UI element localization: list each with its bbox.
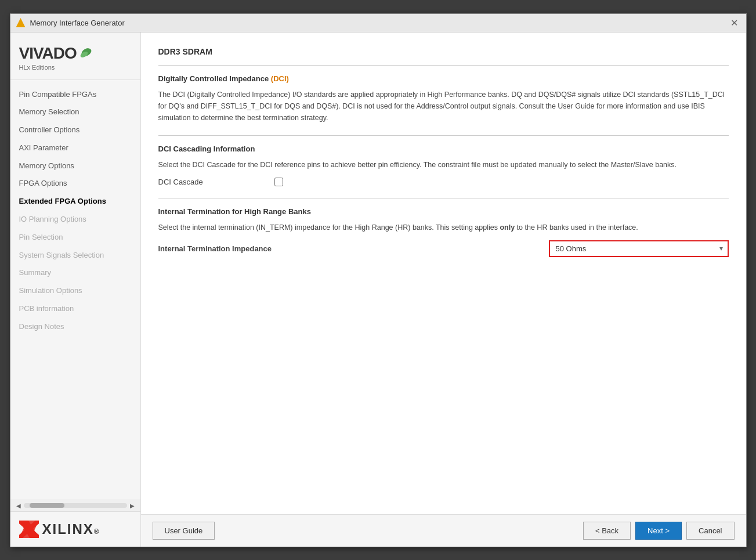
- main-content: DDR3 SDRAM Digitally Controlled Impedanc…: [141, 32, 746, 547]
- sidebar-item-pin-compatible[interactable]: Pin Compatible FPGAs: [10, 86, 140, 104]
- scroll-thumb[interactable]: [30, 503, 64, 508]
- page-footer: User Guide < Back Next > Cancel: [141, 514, 746, 547]
- back-button[interactable]: < Back: [583, 522, 631, 540]
- dci-section: Digitally Controlled Impedance (DCI) The…: [158, 74, 729, 124]
- sidebar-item-extended-fpga-options[interactable]: Extended FPGA Options: [10, 193, 140, 211]
- window-body: VIVADO HLx Editions Pin Compatible FPGAs…: [10, 32, 746, 547]
- impedance-dropdown[interactable]: 50 Ohms 60 Ohms 40 Ohms Disabled: [549, 240, 729, 257]
- sidebar-item-memory-selection[interactable]: Memory Selection: [10, 103, 140, 121]
- xilinx-logo-area: XILINX®: [10, 511, 140, 547]
- dci-cascade-row: DCI Cascade: [158, 178, 729, 186]
- sidebar-item-io-planning-options: IO Planning Options: [10, 211, 140, 229]
- hlx-text: HLx Editions: [19, 64, 55, 71]
- sidebar-item-summary: Summary: [10, 264, 140, 282]
- vivado-logo: VIVADO HLx Editions: [10, 32, 140, 80]
- scroll-track: [24, 503, 127, 508]
- internal-termination-title: Internal Termination for High Range Bank…: [158, 207, 729, 216]
- app-icon: [16, 18, 26, 27]
- impedance-dropdown-wrapper: 50 Ohms 60 Ohms 40 Ohms Disabled ▾: [549, 240, 729, 257]
- sidebar-scrollbar[interactable]: ◀ ▶: [10, 500, 140, 511]
- dci-cascade-checkbox[interactable]: [274, 178, 283, 186]
- sidebar-item-system-signals-selection: System Signals Selection: [10, 247, 140, 265]
- sidebar-item-design-notes: Design Notes: [10, 318, 140, 336]
- dci-title: Digitally Controlled Impedance (DCI): [158, 74, 729, 83]
- xilinx-logo-icon: [19, 521, 39, 538]
- cancel-button[interactable]: Cancel: [686, 522, 734, 540]
- bold-only: only: [500, 223, 515, 232]
- internal-termination-description: Select the internal termination (IN_TERM…: [158, 222, 729, 233]
- user-guide-button[interactable]: User Guide: [153, 522, 215, 540]
- divider-cascade: [158, 198, 729, 198]
- dci-cascade-checkbox-wrapper: [274, 178, 283, 186]
- internal-termination-label: Internal Termination Impedance: [158, 244, 274, 253]
- section-title: DDR3 SDRAM: [158, 47, 729, 56]
- sidebar-item-controller-options[interactable]: Controller Options: [10, 121, 140, 139]
- vivado-text: VIVADO: [19, 44, 77, 63]
- next-button[interactable]: Next >: [635, 522, 682, 540]
- dci-title-main: Digitally Controlled Impedance: [158, 74, 271, 83]
- divider-top: [158, 65, 729, 66]
- sidebar-item-axi-parameter[interactable]: AXI Parameter: [10, 139, 140, 157]
- dci-description: The DCI (Digitally Controlled Impedance)…: [158, 89, 729, 124]
- sidebar-nav: Pin Compatible FPGAs Memory Selection Co…: [10, 80, 140, 500]
- window-title: Memory Interface Generator: [30, 19, 125, 27]
- vivado-leaf-icon: [78, 46, 92, 60]
- xilinx-text: XILINX®: [42, 521, 100, 537]
- sidebar: VIVADO HLx Editions Pin Compatible FPGAs…: [10, 32, 141, 547]
- divider-dci: [158, 135, 729, 136]
- dci-cascade-label: DCI Cascade: [158, 178, 274, 186]
- dci-cascading-description: Select the DCI Cascade for the DCI refer…: [158, 159, 729, 171]
- footer-right: < Back Next > Cancel: [583, 522, 735, 540]
- internal-termination-section: Internal Termination for High Range Bank…: [158, 207, 729, 257]
- sidebar-item-pin-selection: Pin Selection: [10, 229, 140, 247]
- sidebar-item-simulation-options: Simulation Options: [10, 282, 140, 300]
- internal-termination-row: Internal Termination Impedance 50 Ohms 6…: [158, 240, 729, 257]
- main-window: Memory Interface Generator ✕ VIVADO HLx …: [10, 13, 747, 547]
- content-area: DDR3 SDRAM Digitally Controlled Impedanc…: [141, 32, 746, 514]
- scroll-left-arrow[interactable]: ◀: [16, 503, 21, 509]
- title-bar: Memory Interface Generator ✕: [10, 14, 746, 32]
- dci-title-highlight: (DCI): [271, 74, 289, 83]
- sidebar-item-pcb-information: PCB information: [10, 300, 140, 318]
- sidebar-item-fpga-options[interactable]: FPGA Options: [10, 175, 140, 193]
- footer-left: User Guide: [153, 522, 215, 540]
- dci-cascading-section: DCI Cascading Information Select the DCI…: [158, 144, 729, 186]
- scroll-right-arrow[interactable]: ▶: [130, 503, 135, 509]
- dci-cascading-title: DCI Cascading Information: [158, 144, 729, 153]
- sidebar-item-memory-options[interactable]: Memory Options: [10, 157, 140, 175]
- close-button[interactable]: ✕: [728, 17, 740, 28]
